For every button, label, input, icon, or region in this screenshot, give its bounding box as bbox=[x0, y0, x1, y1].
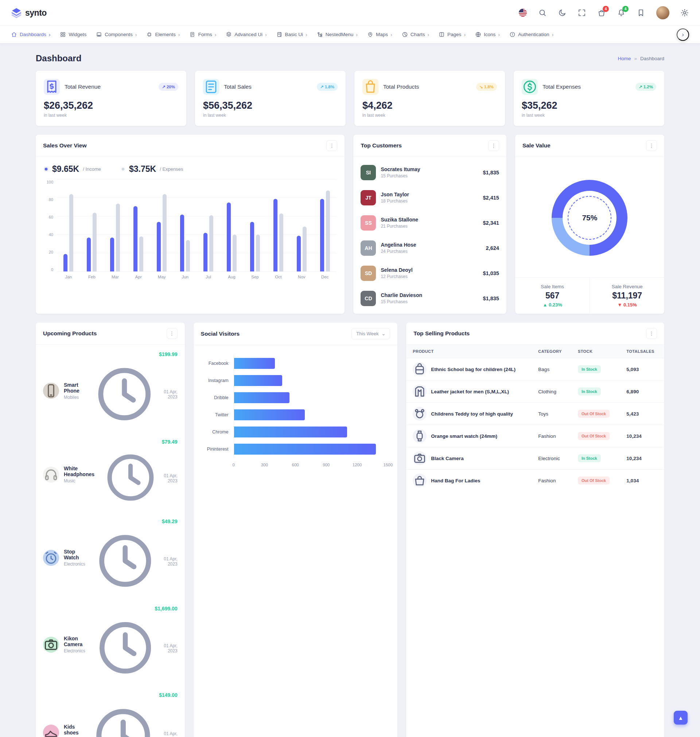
top-customers-menu-button[interactable]: ⋮ bbox=[488, 140, 499, 151]
upcoming-product-item[interactable]: Kids shoes Clothing $149.00 01 Apr, 2023 bbox=[43, 688, 178, 737]
sale-value-menu-button[interactable]: ⋮ bbox=[646, 140, 657, 151]
settings-gear-icon[interactable] bbox=[680, 8, 689, 17]
stat-value: $56,35,262 bbox=[203, 100, 338, 111]
cart-icon[interactable]: 4 bbox=[597, 8, 606, 17]
bookmark-icon[interactable] bbox=[637, 8, 645, 17]
product-icon bbox=[413, 407, 426, 421]
top-selling-table: ProductCategoryStockTotalSales Ethnic Sc… bbox=[406, 345, 664, 491]
notifications-bell-icon[interactable]: 4 bbox=[617, 8, 626, 17]
nav-item[interactable]: Advanced Ui › bbox=[226, 31, 266, 38]
nav-item[interactable]: Icons › bbox=[475, 31, 500, 38]
customer-amount: $1,035 bbox=[483, 270, 499, 276]
customer-amount: 2,624 bbox=[486, 245, 499, 251]
search-icon[interactable] bbox=[538, 8, 547, 17]
sales-overview-menu-button[interactable]: ⋮ bbox=[326, 140, 337, 151]
legend-income-label: / Income bbox=[83, 167, 101, 172]
customer-purchases: 18 Purchases bbox=[381, 199, 409, 203]
table-row[interactable]: Ethnic School bag for children (24L) Bag… bbox=[406, 358, 664, 380]
chevron-right-icon: › bbox=[135, 32, 137, 37]
product-category: Electronic bbox=[532, 447, 571, 470]
sale-revenue-label: Sale Revenue bbox=[594, 284, 660, 289]
total-sales: 10,234 bbox=[620, 425, 664, 447]
nav-item[interactable]: Pages › bbox=[438, 31, 466, 38]
customer-list-item[interactable]: SD Selena Deoyl 12 Purchases $1,035 bbox=[360, 261, 499, 286]
social-bar-row: Instagram bbox=[203, 372, 388, 389]
upcoming-products-menu-button[interactable]: ⋮ bbox=[167, 328, 178, 339]
page-title: Dashboard bbox=[36, 53, 81, 63]
nav-list: Dashboards › Widgets › Components › Elem… bbox=[11, 31, 676, 38]
product-name: Smart Phone bbox=[64, 382, 84, 394]
customer-list-item[interactable]: AH Angelina Hose 24 Purchases 2,624 bbox=[360, 235, 499, 261]
social-bar-row: Pininterest bbox=[203, 441, 388, 457]
breadcrumb-home-link[interactable]: Home bbox=[618, 56, 631, 61]
dark-mode-moon-icon[interactable] bbox=[558, 8, 566, 17]
sale-revenue-value: $11,197 bbox=[594, 291, 660, 301]
nav-item[interactable]: Basic Ui › bbox=[276, 31, 307, 38]
breadcrumb-separator: » bbox=[634, 56, 637, 61]
column-header: Category bbox=[532, 345, 571, 358]
table-row[interactable]: Hand Bag For Ladies Fashion Out Of Stock… bbox=[406, 470, 664, 492]
nav-item-icon bbox=[475, 31, 481, 38]
nav-item[interactable]: Widgets › bbox=[60, 31, 87, 38]
stock-badge: Out Of Stock bbox=[578, 476, 610, 485]
customer-name: Json Taylor bbox=[381, 192, 409, 198]
nav-item[interactable]: Maps › bbox=[367, 31, 392, 38]
sale-revenue-delta: ▼ 0.15% bbox=[594, 302, 660, 308]
chevron-right-icon: › bbox=[49, 32, 51, 37]
customer-list-item[interactable]: SI Socrates Itumay 15 Purchases $1,835 bbox=[360, 160, 499, 185]
nav-item[interactable]: Dashboards › bbox=[11, 31, 50, 38]
customer-list-item[interactable]: CD Charlie Davieson 15 Purchases $1,835 bbox=[360, 286, 499, 311]
language-flag-icon[interactable] bbox=[518, 8, 527, 17]
fullscreen-icon[interactable] bbox=[578, 8, 586, 17]
nav-item[interactable]: Authentication › bbox=[509, 31, 553, 38]
upcoming-product-item[interactable]: Smart Phone Mobiles $199.99 01 Apr, 2023 bbox=[43, 347, 178, 435]
table-row[interactable]: Leather jacket for men (S,M,L,XL) Clothi… bbox=[406, 380, 664, 403]
income-bar bbox=[297, 236, 301, 271]
brand-logo[interactable]: synto bbox=[11, 7, 47, 18]
nav-item[interactable]: Forms › bbox=[189, 31, 216, 38]
upcoming-product-item[interactable]: Stop Watch Electronics $49.29 01 Apr, 20… bbox=[43, 514, 178, 601]
social-label: Facebook bbox=[203, 361, 234, 366]
table-row[interactable]: Childrens Teddy toy of high quality Toys… bbox=[406, 403, 664, 425]
nav-item[interactable]: Elements › bbox=[146, 31, 180, 38]
scroll-to-top-button[interactable]: ▲ bbox=[674, 711, 688, 725]
social-label: Pininterest bbox=[203, 447, 234, 452]
product-category: Electronics bbox=[64, 562, 85, 567]
stock-badge: In Stock bbox=[578, 454, 601, 462]
nav-item-icon bbox=[96, 31, 102, 38]
user-avatar[interactable] bbox=[656, 6, 669, 19]
expenses-bar bbox=[256, 234, 260, 271]
chevron-down-icon: ⌄ bbox=[381, 331, 385, 336]
product-price: $49.29 bbox=[90, 519, 178, 524]
notifications-badge: 4 bbox=[622, 6, 628, 12]
customer-list-item[interactable]: SS Suzika Stallone 21 Purchases $2,341 bbox=[360, 210, 499, 235]
customer-avatar: SI bbox=[360, 165, 376, 180]
nav-item[interactable]: Charts › bbox=[402, 31, 429, 38]
customer-purchases: 24 Purchases bbox=[381, 249, 416, 254]
column-header: Stock bbox=[571, 345, 620, 358]
top-selling-menu-button[interactable]: ⋮ bbox=[646, 328, 657, 339]
table-row[interactable]: Orange smart watch (24mm) Fashion Out Of… bbox=[406, 425, 664, 447]
chevron-right-icon: › bbox=[552, 32, 554, 37]
nav-scroll-right-button[interactable]: › bbox=[676, 28, 689, 41]
legend-income[interactable]: $9.65K / Income bbox=[44, 164, 101, 174]
chevron-right-icon: › bbox=[178, 32, 180, 37]
social-visitors-period-select[interactable]: This Week ⌄ bbox=[351, 328, 390, 339]
nav-item-label: NestedMenu bbox=[326, 32, 354, 37]
table-row[interactable]: Black Camera Electronic In Stock 10,234 bbox=[406, 447, 664, 470]
upcoming-product-item[interactable]: Kikon Camera Electronics $1,699.00 01 Ap… bbox=[43, 601, 178, 688]
income-bar bbox=[180, 215, 184, 271]
nav-item[interactable]: Components › bbox=[96, 31, 137, 38]
product-name: Ethnic School bag for children (24L) bbox=[431, 367, 516, 372]
expenses-bar bbox=[186, 240, 190, 271]
customer-list-item[interactable]: JT Json Taylor 18 Purchases $2,415 bbox=[360, 185, 499, 210]
product-price: $1,699.00 bbox=[90, 606, 177, 612]
upcoming-product-item[interactable]: White Headphones Music $79.49 01 Apr, 20… bbox=[43, 435, 178, 514]
product-name: White Headphones bbox=[64, 466, 94, 477]
stat-value: $4,262 bbox=[362, 100, 497, 111]
legend-expenses[interactable]: $3.75K / Expenses bbox=[121, 164, 183, 174]
income-bar bbox=[203, 233, 207, 271]
nav-item[interactable]: NestedMenu › bbox=[317, 31, 358, 38]
expenses-bar bbox=[116, 203, 120, 271]
customer-avatar: SD bbox=[360, 265, 376, 281]
